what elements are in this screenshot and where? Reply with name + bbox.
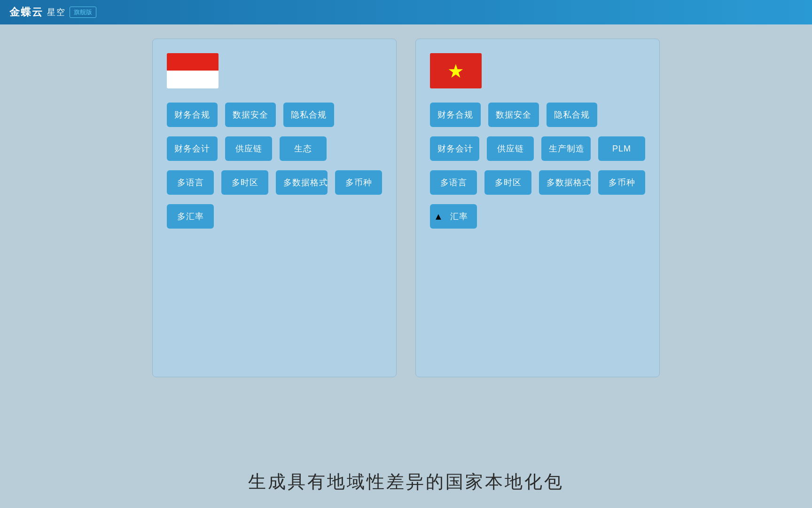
logo-main-text: 金蝶云 — [9, 5, 43, 19]
app-header: 金蝶云 星空 旗舰版 — [0, 0, 812, 24]
singapore-tags-grid: 财务合规 数据安全 隐私合规 财务会计 供应链 生态 多语言 多时区 多数据格式… — [167, 103, 382, 229]
vietnam-star-icon: ★ — [447, 62, 464, 80]
vn-tag-yinsiguigui[interactable]: 隐私合规 — [547, 103, 597, 127]
vn-tag-shengchanzao[interactable]: 生产制造 — [541, 136, 591, 161]
vn-tag-plm[interactable]: PLM — [598, 136, 645, 161]
singapore-row-2: 财务会计 供应链 生态 — [167, 136, 382, 161]
logo-badge: 旗舰版 — [70, 7, 96, 18]
sg-tag-caiwuguize[interactable]: 财务合规 — [167, 103, 218, 127]
singapore-flag — [167, 53, 219, 88]
vietnam-row-4: ▲ 汇率 — [430, 204, 645, 229]
sg-tag-duoshujugeshi[interactable]: 多数据格式 — [276, 170, 328, 195]
vn-tag-duobizhong[interactable]: 多币种 — [598, 170, 645, 195]
vietnam-row-2: 财务会计 供应链 生产制造 PLM — [430, 136, 645, 161]
singapore-row-4: 多汇率 — [167, 204, 382, 229]
vn-tag-duoyuyan[interactable]: 多语言 — [430, 170, 477, 195]
flag-sg-white — [167, 71, 219, 88]
main-content: 财务合规 数据安全 隐私合规 财务会计 供应链 生态 多语言 多时区 多数据格式… — [0, 24, 812, 508]
vietnam-row-3: 多语言 多时区 多数据格式 多币种 — [430, 170, 645, 195]
vn-tag-duoshiqu[interactable]: 多时区 — [484, 170, 531, 195]
vietnam-panel: ★ 财务合规 数据安全 隐私合规 财务会计 供应链 生产制造 PLM 多语言 多… — [415, 39, 660, 377]
sg-tag-duobizhong[interactable]: 多币种 — [335, 170, 382, 195]
singapore-panel: 财务合规 数据安全 隐私合规 财务会计 供应链 生态 多语言 多时区 多数据格式… — [152, 39, 397, 377]
vietnam-tags-grid: 财务合规 数据安全 隐私合规 财务会计 供应链 生产制造 PLM 多语言 多时区… — [430, 103, 645, 229]
vietnam-row-1: 财务合规 数据安全 隐私合规 — [430, 103, 645, 127]
sg-tag-duoyuyan[interactable]: 多语言 — [167, 170, 214, 195]
singapore-row-3: 多语言 多时区 多数据格式 多币种 — [167, 170, 382, 195]
sg-tag-shujuanquan[interactable]: 数据安全 — [225, 103, 276, 127]
sg-tag-gongyinglian[interactable]: 供应链 — [225, 136, 272, 161]
app-logo: 金蝶云 星空 旗舰版 — [9, 5, 96, 19]
singapore-row-1: 财务合规 数据安全 隐私合规 — [167, 103, 382, 127]
logo-sub-text: 星空 — [47, 7, 66, 18]
sg-tag-duoshiqu[interactable]: 多时区 — [221, 170, 268, 195]
vietnam-flag: ★ — [430, 53, 482, 88]
vn-tag-duohuilv[interactable]: ▲ 汇率 — [430, 204, 477, 229]
vn-tag-caiwuguize[interactable]: 财务合规 — [430, 103, 481, 127]
sg-tag-caiwukuaiji[interactable]: 财务会计 — [167, 136, 218, 161]
vn-tag-caiwukuaiji[interactable]: 财务会计 — [430, 136, 479, 161]
sg-tag-duohuilv[interactable]: 多汇率 — [167, 204, 214, 229]
flag-sg-red — [167, 53, 219, 71]
sg-tag-yinsiguigui[interactable]: 隐私合规 — [283, 103, 334, 127]
vn-tag-duoshujugeshi[interactable]: 多数据格式 — [539, 170, 591, 195]
page-subtitle: 生成具有地域性差异的国家本地化包 — [248, 470, 564, 494]
vn-tag-shujuanquan[interactable]: 数据安全 — [488, 103, 539, 127]
vn-tag-gongyinglian[interactable]: 供应链 — [487, 136, 534, 161]
sg-tag-shengtai[interactable]: 生态 — [280, 136, 327, 161]
